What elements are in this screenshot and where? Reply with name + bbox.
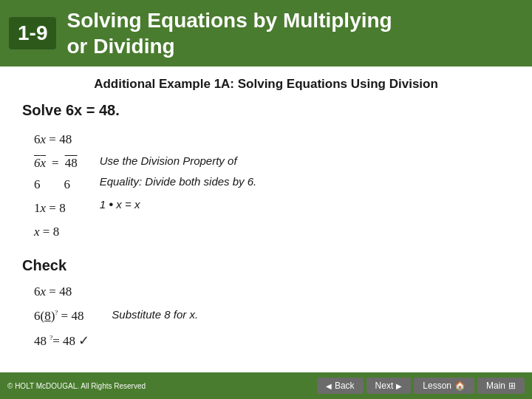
step-line3: 1x = 8 [34, 197, 78, 220]
next-arrow-icon: ▶ [396, 382, 402, 390]
main-icon: ⊞ [508, 381, 516, 391]
note-line1: Use the Division Property of [100, 151, 257, 172]
lesson-label: Lesson [423, 381, 451, 391]
check-right: Substitute 8 for x. [112, 280, 198, 353]
next-button[interactable]: Next ▶ [366, 378, 412, 394]
footer: © HOLT McDOUGAL. All Rights Reserved ◀ B… [0, 372, 532, 399]
lesson-badge: 1-9 [9, 17, 56, 50]
subtitle: Additional Example 1A: Solving Equations… [22, 77, 510, 92]
steps-section: 6x = 48 6x = 48 6 6 1x = 8 x = 8 Use the… [34, 128, 510, 244]
solve-heading: Solve 6x = 48. [22, 102, 510, 119]
check-section: 6x = 48 6(8)? = 48 48 ?= 48 ✓ Substitute… [34, 280, 510, 353]
main-label: Main [486, 381, 505, 391]
note-line2: Equality: Divide both sides by 6. [100, 171, 257, 193]
note-line3: 1 • x = x [100, 193, 257, 216]
header-title-line1: Solving Equations by Multiplying [66, 7, 392, 33]
copyright-text: © HOLT McDOUGAL. All Rights Reserved [7, 382, 146, 390]
step-line1: 6x = 48 [34, 128, 78, 151]
steps-right: Use the Division Property of Equality: D… [100, 128, 257, 244]
main-content: Additional Example 1A: Solving Equations… [0, 66, 532, 361]
lesson-button[interactable]: Lesson 🏠 [414, 378, 474, 394]
check-line3: 48 ?= 48 ✓ [34, 328, 89, 353]
check-line2: 6(8)? = 48 [34, 304, 89, 328]
back-button[interactable]: ◀ Back [317, 378, 364, 394]
steps-left: 6x = 48 6x = 48 6 6 1x = 8 x = 8 [34, 128, 78, 244]
next-label: Next [375, 381, 394, 391]
header: 1-9 Solving Equations by Multiplying or … [0, 0, 532, 66]
header-title: Solving Equations by Multiplying or Divi… [66, 7, 392, 59]
lesson-icon: 🏠 [454, 381, 466, 391]
step-line2: 6x = 48 [34, 151, 78, 175]
back-arrow-icon: ◀ [326, 382, 332, 390]
check-heading: Check [22, 257, 510, 274]
check-line1: 6x = 48 [34, 280, 89, 304]
step-denom-row: 6 6 [34, 173, 78, 197]
check-note: Substitute 8 for x. [112, 304, 198, 326]
back-label: Back [335, 381, 355, 391]
step-line4: x = 8 [34, 220, 78, 244]
header-title-line2: or Dividing [66, 33, 392, 59]
footer-nav-buttons: ◀ Back Next ▶ Lesson 🏠 Main ⊞ [317, 378, 525, 394]
main-button[interactable]: Main ⊞ [477, 378, 525, 394]
check-left: 6x = 48 6(8)? = 48 48 ?= 48 ✓ [34, 280, 89, 353]
